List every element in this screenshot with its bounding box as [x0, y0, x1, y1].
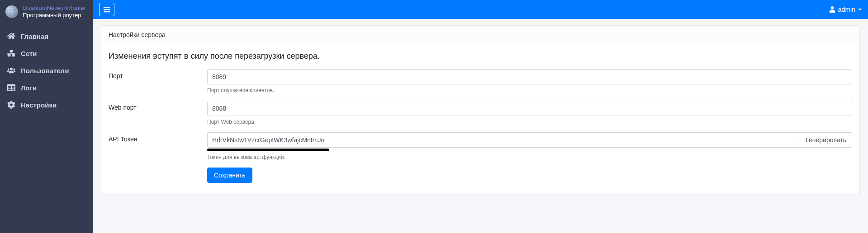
sidebar-item-label: Пользователи — [21, 67, 69, 75]
sidebar-item-home[interactable]: Главная — [0, 28, 93, 45]
brand-subtitle: Программный роутер — [23, 12, 86, 19]
form-row-port: Порт Порт слушателя клиентов. — [109, 69, 852, 93]
sidebar-item-logs[interactable]: Логи — [0, 79, 93, 96]
notice-text: Изменения вступят в силу после перезагру… — [109, 51, 852, 61]
user-menu[interactable]: admin — [829, 6, 862, 13]
toggle-sidebar-button[interactable] — [99, 3, 114, 16]
web-port-help: Порт Web сервера. — [207, 119, 852, 125]
sidebar: QuantumNetworkRouter Программный роутер … — [0, 0, 93, 233]
brand[interactable]: QuantumNetworkRouter Программный роутер — [0, 0, 93, 24]
user-icon — [829, 6, 835, 13]
sidebar-item-label: Главная — [21, 33, 48, 40]
sidebar-nav: Главная Сети Пользователи Логи Настройки — [0, 24, 93, 113]
user-name: admin — [838, 6, 855, 13]
brand-text: QuantumNetworkRouter Программный роутер — [23, 5, 86, 19]
caret-down-icon — [858, 9, 862, 10]
card-header: Настройки сервера — [101, 26, 859, 44]
api-token-label: API Токен — [109, 132, 207, 143]
api-token-help: Токен для вызова api функций. — [207, 154, 852, 160]
port-help: Порт слушателя клиентов. — [207, 87, 852, 93]
globe-icon — [5, 5, 18, 18]
card-body: Изменения вступят в силу после перезагру… — [101, 44, 859, 194]
redaction-bar — [207, 149, 329, 151]
sidebar-item-settings[interactable]: Настройки — [0, 96, 93, 113]
port-input[interactable] — [207, 69, 852, 84]
content: Настройки сервера Изменения вступят в си… — [93, 19, 868, 200]
form-row-web-port: Web порт Порт Web сервера. — [109, 101, 852, 125]
settings-card: Настройки сервера Изменения вступят в си… — [101, 25, 860, 194]
sidebar-item-label: Логи — [21, 84, 37, 92]
save-button[interactable]: Сохранить — [207, 168, 252, 183]
sidebar-item-networks[interactable]: Сети — [0, 45, 93, 62]
home-icon — [7, 32, 15, 40]
submit-row: Сохранить — [207, 168, 852, 183]
network-icon — [7, 49, 15, 57]
main: admin Настройки сервера Изменения вступя… — [93, 0, 868, 233]
gear-icon — [7, 101, 15, 109]
generate-button[interactable]: Генерировать — [800, 132, 852, 148]
web-port-input[interactable] — [207, 101, 852, 116]
sidebar-item-label: Сети — [21, 50, 37, 57]
port-label: Порт — [109, 69, 207, 79]
table-icon — [7, 84, 15, 92]
form-row-api-token: API Токен Генерировать Токен для вызова … — [109, 132, 852, 160]
web-port-label: Web порт — [109, 101, 207, 111]
hamburger-icon — [103, 6, 110, 13]
sidebar-item-label: Настройки — [21, 101, 57, 109]
sidebar-item-users[interactable]: Пользователи — [0, 62, 93, 79]
api-token-input[interactable] — [207, 132, 800, 148]
topbar: admin — [93, 0, 868, 19]
brand-title: QuantumNetworkRouter — [23, 5, 86, 12]
users-icon — [7, 66, 15, 75]
